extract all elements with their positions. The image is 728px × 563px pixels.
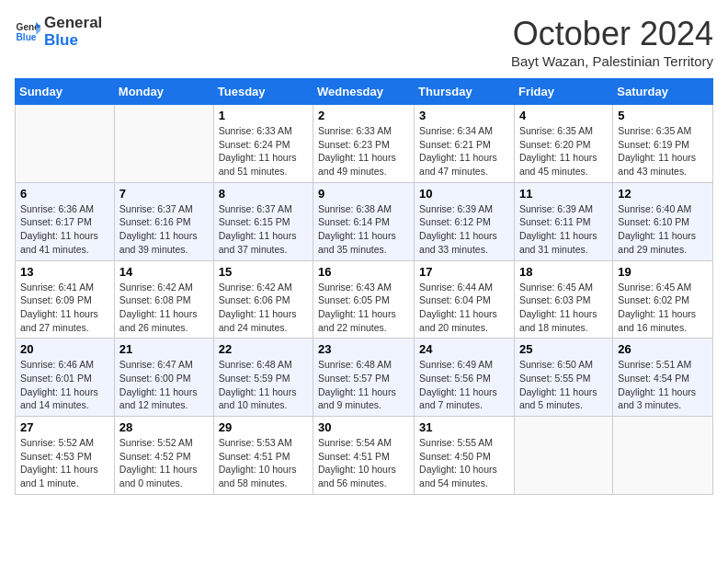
weekday-header: Monday [114, 79, 213, 105]
day-info: Sunrise: 6:43 AM Sunset: 6:05 PM Dayligh… [318, 281, 409, 335]
calendar-cell: 1Sunrise: 6:33 AM Sunset: 6:24 PM Daylig… [213, 105, 313, 183]
calendar-cell: 4Sunrise: 6:35 AM Sunset: 6:20 PM Daylig… [514, 105, 612, 183]
day-number: 18 [519, 265, 608, 279]
day-number: 21 [119, 342, 209, 356]
calendar-cell: 13Sunrise: 6:41 AM Sunset: 6:09 PM Dayli… [16, 260, 115, 339]
weekday-header: Friday [514, 79, 612, 105]
weekday-header: Wednesday [313, 79, 415, 105]
calendar-cell: 5Sunrise: 6:35 AM Sunset: 6:19 PM Daylig… [613, 105, 713, 183]
day-number: 14 [119, 265, 209, 279]
day-info: Sunrise: 6:33 AM Sunset: 6:24 PM Dayligh… [219, 124, 308, 178]
day-info: Sunrise: 6:37 AM Sunset: 6:15 PM Dayligh… [219, 202, 308, 257]
day-number: 6 [20, 187, 109, 201]
day-info: Sunrise: 6:38 AM Sunset: 6:14 PM Dayligh… [318, 202, 409, 257]
calendar-cell: 27Sunrise: 5:52 AM Sunset: 4:53 PM Dayli… [16, 417, 115, 495]
day-number: 17 [419, 265, 509, 279]
calendar-week-row: 1Sunrise: 6:33 AM Sunset: 6:24 PM Daylig… [16, 105, 713, 183]
day-info: Sunrise: 6:41 AM Sunset: 6:09 PM Dayligh… [20, 281, 109, 335]
day-info: Sunrise: 6:44 AM Sunset: 6:04 PM Dayligh… [419, 281, 509, 335]
calendar-cell: 21Sunrise: 6:47 AM Sunset: 6:00 PM Dayli… [114, 339, 213, 417]
day-info: Sunrise: 6:36 AM Sunset: 6:17 PM Dayligh… [20, 202, 109, 257]
calendar-cell [514, 417, 612, 495]
day-number: 8 [219, 187, 308, 201]
day-info: Sunrise: 5:51 AM Sunset: 4:54 PM Dayligh… [618, 358, 708, 412]
calendar-cell: 9Sunrise: 6:38 AM Sunset: 6:14 PM Daylig… [313, 182, 415, 260]
day-info: Sunrise: 5:54 AM Sunset: 4:51 PM Dayligh… [318, 436, 409, 490]
day-number: 16 [318, 265, 409, 279]
day-info: Sunrise: 5:52 AM Sunset: 4:52 PM Dayligh… [119, 436, 209, 490]
day-number: 30 [318, 420, 409, 434]
calendar-cell: 26Sunrise: 5:51 AM Sunset: 4:54 PM Dayli… [613, 339, 713, 417]
calendar-cell: 23Sunrise: 6:48 AM Sunset: 5:57 PM Dayli… [313, 339, 415, 417]
day-info: Sunrise: 5:52 AM Sunset: 4:53 PM Dayligh… [20, 436, 109, 490]
weekday-header: Thursday [415, 79, 515, 105]
day-info: Sunrise: 6:37 AM Sunset: 6:16 PM Dayligh… [119, 202, 209, 257]
day-number: 4 [519, 109, 608, 122]
weekday-header: Tuesday [213, 79, 313, 105]
day-number: 1 [219, 109, 308, 122]
calendar-cell: 25Sunrise: 6:50 AM Sunset: 5:55 PM Dayli… [514, 339, 612, 417]
calendar-cell: 20Sunrise: 6:46 AM Sunset: 6:01 PM Dayli… [16, 339, 115, 417]
calendar-cell: 28Sunrise: 5:52 AM Sunset: 4:52 PM Dayli… [114, 417, 213, 495]
logo: General Blue General Blue [15, 15, 102, 49]
calendar-cell: 2Sunrise: 6:33 AM Sunset: 6:23 PM Daylig… [313, 105, 415, 183]
day-number: 27 [20, 420, 109, 434]
day-number: 22 [219, 342, 308, 356]
calendar-cell: 11Sunrise: 6:39 AM Sunset: 6:11 PM Dayli… [514, 182, 612, 260]
day-number: 20 [20, 342, 109, 356]
calendar-header-row: SundayMondayTuesdayWednesdayThursdayFrid… [16, 79, 713, 105]
calendar-cell: 29Sunrise: 5:53 AM Sunset: 4:51 PM Dayli… [213, 417, 313, 495]
day-number: 15 [219, 265, 308, 279]
day-info: Sunrise: 6:48 AM Sunset: 5:59 PM Dayligh… [219, 358, 308, 412]
calendar-cell: 3Sunrise: 6:34 AM Sunset: 6:21 PM Daylig… [415, 105, 515, 183]
day-info: Sunrise: 5:55 AM Sunset: 4:50 PM Dayligh… [419, 436, 509, 490]
day-number: 11 [519, 187, 608, 201]
day-info: Sunrise: 6:39 AM Sunset: 6:11 PM Dayligh… [519, 202, 608, 257]
day-info: Sunrise: 6:40 AM Sunset: 6:10 PM Dayligh… [618, 202, 708, 257]
day-info: Sunrise: 6:35 AM Sunset: 6:19 PM Dayligh… [618, 124, 708, 178]
day-number: 3 [419, 109, 509, 122]
calendar-cell: 17Sunrise: 6:44 AM Sunset: 6:04 PM Dayli… [415, 260, 515, 339]
day-number: 25 [519, 342, 608, 356]
calendar-cell: 18Sunrise: 6:45 AM Sunset: 6:03 PM Dayli… [514, 260, 612, 339]
calendar-cell: 7Sunrise: 6:37 AM Sunset: 6:16 PM Daylig… [114, 182, 213, 260]
day-number: 24 [419, 342, 509, 356]
calendar-cell [613, 417, 713, 495]
logo-blue: Blue [44, 32, 102, 50]
logo-icon: General Blue [15, 19, 40, 45]
calendar-title: October 2024 [511, 15, 713, 53]
day-number: 28 [119, 420, 209, 434]
logo-general: General [44, 15, 102, 32]
calendar-week-row: 20Sunrise: 6:46 AM Sunset: 6:01 PM Dayli… [16, 339, 713, 417]
day-number: 7 [119, 187, 209, 201]
svg-text:Blue: Blue [17, 32, 37, 42]
day-number: 13 [20, 265, 109, 279]
page-header: General Blue General Blue October 2024 B… [15, 15, 713, 69]
weekday-header: Sunday [16, 79, 115, 105]
calendar-cell: 14Sunrise: 6:42 AM Sunset: 6:08 PM Dayli… [114, 260, 213, 339]
calendar-cell: 22Sunrise: 6:48 AM Sunset: 5:59 PM Dayli… [213, 339, 313, 417]
day-info: Sunrise: 6:48 AM Sunset: 5:57 PM Dayligh… [318, 358, 409, 412]
day-info: Sunrise: 6:42 AM Sunset: 6:08 PM Dayligh… [119, 281, 209, 335]
calendar-cell: 31Sunrise: 5:55 AM Sunset: 4:50 PM Dayli… [415, 417, 515, 495]
day-number: 5 [618, 109, 708, 122]
day-info: Sunrise: 6:42 AM Sunset: 6:06 PM Dayligh… [219, 281, 308, 335]
day-number: 31 [419, 420, 509, 434]
day-info: Sunrise: 6:49 AM Sunset: 5:56 PM Dayligh… [419, 358, 509, 412]
day-number: 12 [618, 187, 708, 201]
day-info: Sunrise: 6:50 AM Sunset: 5:55 PM Dayligh… [519, 358, 608, 412]
day-number: 9 [318, 187, 409, 201]
calendar-week-row: 6Sunrise: 6:36 AM Sunset: 6:17 PM Daylig… [16, 182, 713, 260]
calendar-week-row: 13Sunrise: 6:41 AM Sunset: 6:09 PM Dayli… [16, 260, 713, 339]
day-info: Sunrise: 6:45 AM Sunset: 6:02 PM Dayligh… [618, 281, 708, 335]
day-info: Sunrise: 5:53 AM Sunset: 4:51 PM Dayligh… [219, 436, 308, 490]
calendar-cell: 16Sunrise: 6:43 AM Sunset: 6:05 PM Dayli… [313, 260, 415, 339]
calendar-cell: 19Sunrise: 6:45 AM Sunset: 6:02 PM Dayli… [613, 260, 713, 339]
calendar-cell: 8Sunrise: 6:37 AM Sunset: 6:15 PM Daylig… [213, 182, 313, 260]
day-info: Sunrise: 6:39 AM Sunset: 6:12 PM Dayligh… [419, 202, 509, 257]
calendar-cell: 6Sunrise: 6:36 AM Sunset: 6:17 PM Daylig… [16, 182, 115, 260]
day-number: 2 [318, 109, 409, 122]
title-block: October 2024 Bayt Wazan, Palestinian Ter… [511, 15, 713, 69]
calendar-cell [16, 105, 115, 183]
day-info: Sunrise: 6:47 AM Sunset: 6:00 PM Dayligh… [119, 358, 209, 412]
